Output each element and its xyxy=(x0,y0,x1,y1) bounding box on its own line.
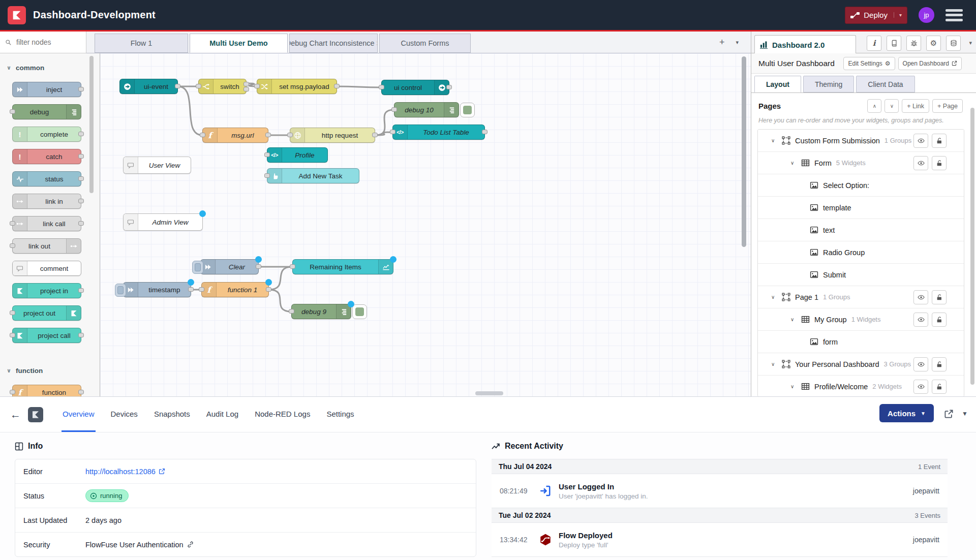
instance-logo-icon[interactable] xyxy=(28,407,43,422)
tab-theming[interactable]: Theming xyxy=(803,76,854,92)
output-port[interactable] xyxy=(446,85,452,89)
tree-row-page-1[interactable]: ∨Page 11 Groups xyxy=(758,286,964,308)
palette-scrollbar[interactable] xyxy=(89,56,94,193)
tab-overview[interactable]: Overview xyxy=(62,397,96,432)
flow-tab-custom-forms[interactable]: Custom Forms xyxy=(379,34,471,53)
open-dashboard-button[interactable]: Open Dashboard xyxy=(898,57,962,70)
palette-node-function[interactable]: ffunction xyxy=(12,385,81,396)
activity-event-row[interactable]: 08:21:49User Logged InUser 'joepavitt' h… xyxy=(492,474,948,508)
input-port[interactable] xyxy=(391,107,397,112)
flow-node-ui-event[interactable]: ui-event xyxy=(119,79,178,94)
flow-node-todo-list-table[interactable]: </>Todo List Table xyxy=(392,125,485,140)
input-port[interactable] xyxy=(10,243,15,248)
bug-button[interactable] xyxy=(906,36,921,51)
tree-row-select-option[interactable]: Select Option: xyxy=(758,174,964,196)
output-port[interactable] xyxy=(175,84,180,88)
input-port[interactable] xyxy=(10,109,15,114)
input-port[interactable] xyxy=(10,333,15,337)
deploy-caret-icon[interactable]: ▾ xyxy=(894,12,902,18)
output-port[interactable] xyxy=(78,132,84,136)
palette-node-complete[interactable]: !complete xyxy=(12,127,81,142)
deploy-button[interactable]: Deploy ▾ xyxy=(845,7,907,24)
flow-node-timestamp[interactable]: timestamp xyxy=(123,282,191,297)
input-port[interactable] xyxy=(390,130,395,134)
output-port[interactable] xyxy=(78,221,84,226)
output-port[interactable] xyxy=(78,199,84,203)
avatar[interactable]: jp xyxy=(919,7,934,23)
editor-link[interactable]: http://localhost:12086 xyxy=(85,468,165,476)
book-button[interactable] xyxy=(887,36,901,51)
flow-node-user-view[interactable]: User View xyxy=(123,157,191,174)
flow-node-switch[interactable]: switch xyxy=(198,79,247,94)
flow-node-profile[interactable]: </>Profile xyxy=(267,147,328,163)
canvas-hscrollbar[interactable] xyxy=(475,391,503,395)
tab-snapshots[interactable]: Snapshots xyxy=(153,397,191,432)
output-port[interactable] xyxy=(265,133,271,137)
wire[interactable] xyxy=(269,290,291,312)
flow-tab-debug-chart-inconsistence-s[interactable]: Debug Chart Inconsistence S xyxy=(289,34,378,53)
tab-settings[interactable]: Settings xyxy=(325,397,355,432)
output-port[interactable] xyxy=(482,130,487,134)
visibility-button[interactable] xyxy=(913,313,928,327)
activity-event-row[interactable]: 13:34:42Flow DeployedDeploy type 'full'j… xyxy=(492,523,948,557)
sidebar-caret-icon[interactable]: ▾ xyxy=(969,40,972,46)
sidebar-scrollbar[interactable] xyxy=(970,108,974,385)
tree-row-my-group[interactable]: ∨My Group1 Widgets xyxy=(758,308,964,330)
visibility-button[interactable] xyxy=(913,290,928,304)
input-port[interactable] xyxy=(290,264,295,269)
search-input[interactable] xyxy=(15,38,78,47)
tree-row-your-personal-dashboard[interactable]: ∨Your Personal Dashboard3 Groups xyxy=(758,353,964,375)
input-port[interactable] xyxy=(289,309,294,314)
palette-node-link-call[interactable]: link call xyxy=(12,216,81,231)
tree-row-submit[interactable]: Submit xyxy=(758,263,964,286)
collapse-all-button[interactable]: ∧ xyxy=(867,99,881,113)
output-port[interactable] xyxy=(78,176,84,181)
tree-row-text[interactable]: text xyxy=(758,219,964,241)
palette-node-status[interactable]: status xyxy=(12,171,81,186)
lock-button[interactable] xyxy=(932,313,947,327)
output-port[interactable] xyxy=(372,133,378,137)
input-port[interactable] xyxy=(10,221,15,226)
tree-row-radio-group[interactable]: Radio Group xyxy=(758,241,964,263)
output-port[interactable] xyxy=(256,264,261,269)
palette-node-project-in[interactable]: project in xyxy=(12,283,81,298)
palette-node-inject[interactable]: inject xyxy=(12,82,81,97)
flow-node-remaining-items[interactable]: Remaining Items xyxy=(292,259,393,274)
flow-node-admin-view[interactable]: Admin View xyxy=(123,213,203,231)
flow-node-http-request[interactable]: http request xyxy=(290,128,375,143)
input-port[interactable] xyxy=(379,85,384,89)
output-port[interactable] xyxy=(78,390,84,394)
tab-node-red-logs[interactable]: Node-RED Logs xyxy=(254,397,311,432)
lock-button[interactable] xyxy=(932,156,947,170)
tab-client-data[interactable]: Client Data xyxy=(856,76,914,92)
input-port[interactable] xyxy=(10,390,15,394)
flow-node-add-new-task[interactable]: Add New Task xyxy=(267,168,359,183)
actions-button[interactable]: Actions▼ xyxy=(879,404,934,422)
palette-node-project-call[interactable]: project call xyxy=(12,328,81,343)
input-port[interactable] xyxy=(264,152,270,157)
visibility-button[interactable] xyxy=(913,357,928,371)
flow-node-set-msg-payload[interactable]: set msg.payload xyxy=(257,79,337,94)
tab-layout[interactable]: Layout xyxy=(754,76,801,92)
input-port[interactable] xyxy=(199,287,204,292)
tab-audit-log[interactable]: Audit Log xyxy=(205,397,239,432)
chevron-down-icon[interactable]: ∨ xyxy=(771,361,777,367)
flow-node-ui-control[interactable]: ui control xyxy=(381,80,449,95)
lock-button[interactable] xyxy=(932,290,947,304)
lock-button[interactable] xyxy=(932,134,947,148)
flow-node-function-1[interactable]: ffunction 1 xyxy=(201,282,269,297)
debug-toggle-button[interactable] xyxy=(352,304,367,319)
wire[interactable] xyxy=(178,86,202,135)
collapse-panel-icon[interactable]: ▼ xyxy=(962,410,968,417)
flowfuse-logo-icon[interactable] xyxy=(8,6,26,24)
input-port[interactable] xyxy=(196,84,201,88)
flow-tab-multi-user-demo[interactable]: Multi User Demo xyxy=(190,34,288,53)
tab-dashboard-2.0[interactable]: Dashboard 2.0 xyxy=(754,35,856,54)
add-link-button[interactable]: + Link xyxy=(902,99,929,113)
palette-node-project-out[interactable]: project out xyxy=(12,305,81,321)
chain-link-icon[interactable] xyxy=(187,541,194,548)
input-port[interactable] xyxy=(254,84,260,88)
palette-node-link-in[interactable]: link in xyxy=(12,194,81,209)
chevron-down-icon[interactable]: ∨ xyxy=(790,384,797,389)
output-port[interactable] xyxy=(78,333,84,337)
